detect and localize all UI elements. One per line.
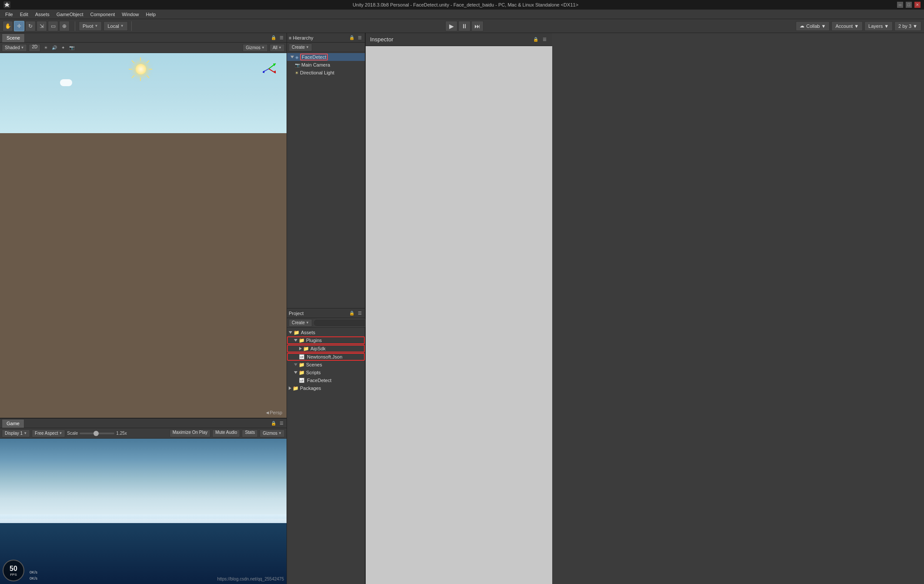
stats-line1: 0K/s — [30, 569, 37, 575]
project-item-scripts[interactable]: 📁 Scripts — [287, 369, 365, 376]
stats-btn[interactable]: Stats — [242, 430, 258, 437]
svg-line-5 — [147, 75, 149, 78]
local-button[interactable]: Local ▼ — [103, 21, 127, 31]
inspector-body — [366, 46, 552, 584]
project-item-scenes[interactable]: 📁 Scenes — [287, 361, 365, 369]
hierarchy-header: ≡ Hierarchy 🔒 ☰ — [287, 33, 365, 43]
hierarchy-menu-icon[interactable]: ☰ — [356, 34, 363, 41]
fx-icon[interactable]: ✦ — [60, 44, 67, 51]
hierarchy-item-directionallight[interactable]: ☀ Directional Light — [287, 69, 365, 77]
window-controls: ─ □ ✕ — [897, 2, 921, 8]
cloud — [60, 79, 72, 86]
step-button[interactable]: ⏭ — [471, 21, 484, 31]
scene-camera-icon[interactable]: 📷 — [68, 44, 75, 51]
scale-tool[interactable]: ⇲ — [37, 21, 47, 31]
menu-file[interactable]: File — [2, 11, 17, 18]
audio-icon[interactable]: 🔊 — [51, 44, 58, 51]
shading-label: Shaded — [5, 45, 20, 50]
game-gizmos-dropdown[interactable]: Gizmos ▼ — [260, 430, 285, 437]
scale-value: 1.25x — [116, 431, 127, 436]
account-button[interactable]: Account ▼ — [831, 21, 863, 31]
game-menu-icon[interactable]: ☰ — [278, 420, 285, 427]
game-view: 50 FPS 0K/s 0K/s https://blog.csdn.net/q… — [0, 439, 287, 584]
play-button[interactable]: ▶ — [445, 21, 457, 31]
aspect-dropdown[interactable]: Free Aspect ▼ — [32, 430, 65, 437]
triangle-down-scenes-icon — [294, 363, 297, 366]
project-item-aipsdk[interactable]: 📁 AipSdk — [287, 345, 365, 352]
display-dropdown[interactable]: Display 1 ▼ — [2, 430, 30, 437]
inspector-lock-icon[interactable]: 🔒 — [532, 36, 539, 43]
game-tab[interactable]: Game — [2, 419, 24, 428]
menu-gameobject[interactable]: GameObject — [53, 11, 87, 18]
close-button[interactable]: ✕ — [914, 2, 921, 8]
left-panels: Scene 🔒 ☰ Shaded ▼ 2D ☀ 🔊 ✦ 📷 Gizmos — [0, 33, 287, 584]
lighting-icon[interactable]: ☀ — [42, 44, 49, 51]
project-item-newtonsoft[interactable]: c# Newtonsoft.Json — [287, 353, 365, 361]
scene-tab[interactable]: Scene — [2, 34, 25, 42]
separator-2 — [131, 21, 132, 31]
collab-button[interactable]: ☁ Collab ▼ — [796, 21, 830, 31]
hierarchy-item-maincamera[interactable]: 📷 Main Camera — [287, 61, 365, 69]
gizmos-dropdown[interactable]: Gizmos ▼ — [243, 44, 268, 52]
facedetect-label: FaceDetect — [300, 54, 328, 60]
project-body[interactable]: 📁 Assets 📁 Plugins 📁 AipSdk c# — [287, 328, 365, 584]
mute-audio-btn[interactable]: Mute Audio — [212, 430, 240, 437]
packages-label: Packages — [300, 386, 321, 391]
project-item-plugins[interactable]: 📁 Plugins — [287, 336, 365, 344]
2d-toggle[interactable]: 2D — [29, 44, 40, 52]
scene-icon: ◈ — [295, 55, 299, 60]
play-controls: ▶ ⏸ ⏭ — [135, 21, 794, 31]
triangle-right-packages-icon — [289, 386, 291, 390]
inspector-title: Inspector — [370, 36, 393, 43]
fps-value: 50 — [10, 565, 17, 573]
game-panel: Game 🔒 ☰ Display 1 ▼ Free Aspect ▼ Scale — [0, 419, 287, 584]
project-item-facedetect-script[interactable]: c# FaceDetect — [287, 376, 365, 384]
layout-button[interactable]: 2 by 3 ▼ — [894, 21, 921, 31]
multi-tool[interactable]: ⊕ — [59, 21, 70, 31]
rect-tool[interactable]: ▭ — [48, 21, 58, 31]
project-menu-icon[interactable]: ☰ — [356, 310, 363, 317]
hierarchy-body[interactable]: ◈ FaceDetect 📷 Main Camera ☀ Directional… — [287, 52, 365, 308]
project-create-button[interactable]: Create ▼ — [289, 319, 312, 327]
maximize-on-play-btn[interactable]: Maximize On Play — [170, 430, 211, 437]
middle-panels: ≡ Hierarchy 🔒 ☰ Create ▼ ◈ FaceDete — [287, 33, 365, 584]
translate-tool[interactable]: ✛ — [14, 21, 24, 31]
menu-component[interactable]: Component — [87, 11, 118, 18]
rotate-tool[interactable]: ↻ — [25, 21, 36, 31]
project-header: Project 🔒 ☰ — [287, 309, 365, 318]
newtonsoft-label: Newtonsoft.Json — [307, 354, 342, 359]
menu-help[interactable]: Help — [142, 11, 159, 18]
project-item-packages[interactable]: 📁 Packages — [287, 384, 365, 392]
inspector-menu-icon[interactable]: ☰ — [541, 36, 548, 43]
menu-edit[interactable]: Edit — [17, 11, 32, 18]
hierarchy-header-icons: 🔒 ☰ — [348, 34, 363, 41]
hierarchy-item-facedetect[interactable]: ◈ FaceDetect — [287, 53, 365, 61]
shading-dropdown[interactable]: Shaded ▼ — [2, 44, 27, 52]
hierarchy-create-button[interactable]: Create ▼ — [289, 44, 312, 51]
layers-button[interactable]: Layers ▼ — [864, 21, 893, 31]
pivot-button[interactable]: Pivot ▼ — [79, 21, 102, 31]
minimize-button[interactable]: ─ — [897, 2, 903, 8]
maximize-button[interactable]: □ — [906, 2, 912, 8]
project-item-assets[interactable]: 📁 Assets — [287, 329, 365, 336]
file-newtonsoft-icon: c# — [299, 354, 304, 359]
scale-slider[interactable] — [80, 433, 114, 434]
scene-lock-icon[interactable]: 🔒 — [270, 34, 277, 41]
svg-line-7 — [132, 75, 134, 78]
project-lock-icon[interactable]: 🔒 — [348, 310, 355, 317]
scene-menu-icon[interactable]: ☰ — [278, 34, 285, 41]
project-header-icons: 🔒 ☰ — [348, 310, 363, 317]
game-water — [0, 523, 287, 584]
menu-bar: File Edit Assets GameObject Component Wi… — [0, 10, 924, 19]
all-dropdown[interactable]: All ▼ — [270, 44, 285, 52]
hand-tool[interactable]: ✋ — [3, 21, 13, 31]
menu-window[interactable]: Window — [118, 11, 142, 18]
game-lock-icon[interactable]: 🔒 — [270, 420, 277, 427]
hierarchy-lock-icon[interactable]: 🔒 — [348, 34, 355, 41]
account-label: Account ▼ — [835, 23, 859, 29]
folder-packages-icon: 📁 — [293, 386, 299, 391]
menu-assets[interactable]: Assets — [32, 11, 53, 18]
right-toolbar: ☁ Collab ▼ Account ▼ Layers ▼ 2 by 3 ▼ — [796, 21, 921, 31]
pause-button[interactable]: ⏸ — [458, 21, 470, 31]
gizmo-widget — [259, 59, 279, 79]
